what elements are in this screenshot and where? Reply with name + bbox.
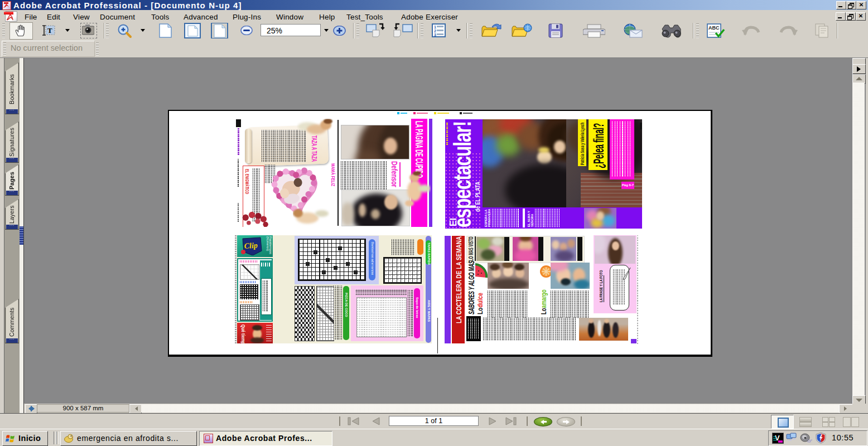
svg-text:3: 3: [434, 33, 436, 37]
svg-text:ABC: ABC: [708, 25, 720, 31]
svg-text:T: T: [47, 26, 52, 35]
svg-text:1: 1: [434, 25, 436, 29]
svg-text:2: 2: [434, 29, 436, 33]
svg-text:Clip: Clip: [244, 241, 258, 250]
